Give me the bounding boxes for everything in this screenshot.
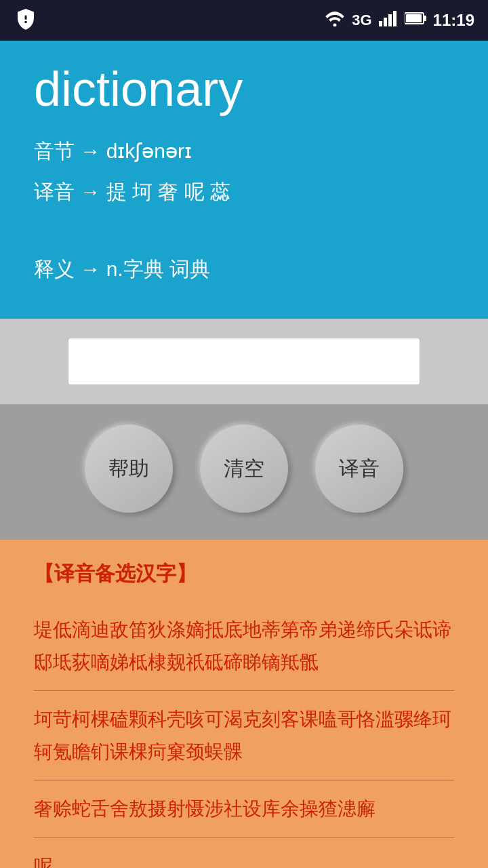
clear-button[interactable]: 清空 [200,425,288,513]
svg-point-0 [333,24,337,27]
battery-icon [405,12,426,29]
svg-rect-1 [379,21,382,26]
signal-icon [379,10,398,31]
results-container: 堤低滴迪敌笛狄涤嫡抵底地蒂第帝弟递缔氏朵诋谛邸坻荻嘀娣柢棣觌祇砥碲睇镝羝骶坷苛柯… [34,601,454,868]
syllable-line: 音节 → dɪkʃənərɪ [34,133,454,170]
shield-icon [14,7,38,34]
result-section[interactable]: 呢 [34,838,454,868]
result-chars: 堤低滴迪敌笛狄涤嫡抵底地蒂第帝弟递缔氏朵诋谛邸坻荻嘀娣柢棣觌祇砥碲睇镝羝骶 [34,614,454,678]
result-chars: 呢 [34,850,454,868]
result-chars: 奢赊蛇舌舍敖摄射慑涉社设库余操猹漶廨 [34,793,454,825]
status-left [14,7,38,34]
search-area [0,319,488,404]
definition-label: 释义 [34,258,75,280]
result-section[interactable]: 堤低滴迪敌笛狄涤嫡抵底地蒂第帝弟递缔氏朵诋谛邸坻荻嘀娣柢棣觌祇砥碲睇镝羝骶 [34,601,454,691]
definition-arrow: → [80,258,106,280]
syllable-arrow: → [80,140,106,162]
svg-rect-7 [406,14,422,22]
definition-line: 释义 → n.字典 词典 [34,251,454,288]
svg-rect-2 [384,18,387,26]
transliteration-value: 提 坷 奢 呢 蕊 [106,180,230,203]
status-bar: 3G 11:19 [0,0,488,41]
network-label: 3G [352,12,371,29]
transliteration-arrow: → [80,180,106,203]
result-section[interactable]: 奢赊蛇舌舍敖摄射慑涉社设库余操猹漶廨 [34,781,454,838]
svg-rect-6 [424,16,426,21]
result-chars: 坷苛柯棵磕颗科壳咳可渴克刻客课嗑哥恪滥骡绛珂轲氪瞻钔课棵疴窠颈蜈髁 [34,703,454,768]
transliteration-label: 译音 [34,180,75,203]
definition-value: n.字典 词典 [106,258,210,280]
syllable-value: dɪkʃənərɪ [106,140,192,162]
result-section[interactable]: 坷苛柯棵磕颗科壳咳可渴克刻客课嗑哥恪滥骡绛珂轲氪瞻钔课棵疴窠颈蜈髁 [34,691,454,781]
translate-button[interactable]: 译音 [315,425,403,513]
wifi-icon [325,10,345,31]
status-time: 11:19 [433,11,474,30]
svg-rect-3 [388,14,392,26]
search-input[interactable] [68,338,420,385]
syllable-label: 音节 [34,140,75,162]
results-title: 【译音备选汉字】 [34,560,454,588]
transliteration-line: 译音 → 提 坷 奢 呢 蕊 [34,174,454,210]
status-right: 3G 11:19 [325,10,474,31]
svg-rect-4 [393,11,396,26]
buttons-area: 帮助 清空 译音 [0,404,488,540]
word-info: 音节 → dɪkʃənərɪ 译音 → 提 坷 奢 呢 蕊 释义 → n.字典 … [34,133,454,288]
help-button[interactable]: 帮助 [85,425,173,513]
results-area: 【译音备选汉字】 堤低滴迪敌笛狄涤嫡抵底地蒂第帝弟递缔氏朵诋谛邸坻荻嘀娣柢棣觌祇… [0,540,488,868]
word-title: dictionary [34,61,454,117]
word-header: dictionary 音节 → dɪkʃənərɪ 译音 → 提 坷 奢 呢 蕊… [0,41,488,319]
